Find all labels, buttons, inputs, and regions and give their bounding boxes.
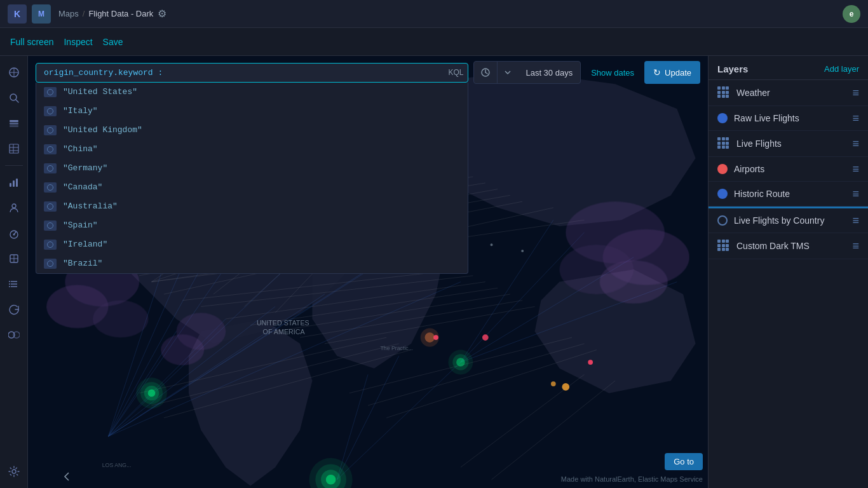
- svg-rect-8: [10, 144, 18, 153]
- layer-icon-live-flights-by-country: [717, 215, 728, 226]
- dropdown-item-4[interactable]: "Germany": [36, 159, 468, 178]
- svg-rect-14: [16, 179, 18, 187]
- svg-text:The Practic...: The Practic...: [380, 345, 413, 351]
- dropdown-item-8[interactable]: "Ireland": [36, 235, 468, 254]
- svg-text:LOS ANG...: LOS ANG...: [102, 462, 132, 468]
- dropdown-icon-7: [44, 220, 57, 231]
- sidebar-icon-gauge[interactable]: [3, 222, 25, 245]
- save-button[interactable]: Save: [103, 36, 123, 48]
- settings-icon[interactable]: ⚙: [153, 5, 171, 23]
- svg-point-103: [424, 332, 435, 342]
- dropdown-icon-9: [44, 259, 57, 269]
- dropdown-item-5[interactable]: "Canada": [36, 178, 468, 197]
- svg-rect-13: [13, 180, 15, 187]
- dropdown-item-3[interactable]: "China": [36, 140, 468, 159]
- sidebar-icon-table[interactable]: [3, 137, 25, 160]
- layer-name-live-flights: Live Flights: [736, 139, 846, 149]
- svg-point-84: [93, 301, 149, 337]
- svg-point-117: [491, 243, 493, 246]
- layer-menu-live-flights-by-country[interactable]: ≡: [852, 215, 859, 226]
- svg-point-18: [13, 234, 15, 236]
- layer-menu-custom-dark-tms[interactable]: ≡: [852, 240, 859, 252]
- layer-name-weather: Weather: [736, 88, 846, 98]
- svg-point-27: [9, 286, 10, 287]
- layer-menu-raw-live-flights[interactable]: ≡: [852, 112, 859, 124]
- layer-icon-weather: [717, 86, 730, 99]
- sidebar-icon-list[interactable]: [3, 273, 25, 295]
- update-icon: ↻: [653, 67, 661, 78]
- layers-title: Layers: [717, 64, 748, 74]
- goto-button[interactable]: Go to: [665, 453, 703, 470]
- search-input[interactable]: [36, 63, 468, 83]
- svg-point-98: [326, 475, 336, 485]
- layer-item-raw-live-flights[interactable]: Raw Live Flights ≡: [709, 106, 868, 131]
- app-logo: K: [8, 4, 27, 24]
- svg-point-25: [9, 281, 10, 282]
- map-watermark: Made with NaturalEarth, Elastic Maps Ser…: [561, 475, 703, 483]
- dropdown-item-6[interactable]: "Australia": [36, 197, 468, 216]
- layer-item-live-flights-by-country[interactable]: Live Flights by Country ≡: [709, 208, 868, 233]
- layer-icon-airports: [717, 164, 728, 174]
- inspect-button[interactable]: Inspect: [64, 36, 92, 48]
- layer-icon-custom-dark-tms: [717, 240, 730, 252]
- svg-rect-6: [10, 123, 18, 125]
- navigate-arrow[interactable]: [56, 465, 79, 488]
- breadcrumb: Maps / Flight Data - Dark: [58, 9, 153, 18]
- layer-item-airports[interactable]: Airports ≡: [709, 157, 868, 182]
- dropdown-item-0[interactable]: "United States": [36, 83, 468, 102]
- sidebar-icon-settings[interactable]: [3, 460, 25, 483]
- sidebar-icon-tag[interactable]: [3, 323, 25, 346]
- sidebar-icon-people[interactable]: [3, 196, 25, 219]
- workspace-badge: M: [32, 4, 51, 24]
- svg-point-104: [433, 335, 438, 340]
- show-dates-button[interactable]: Show dates: [586, 68, 639, 78]
- breadcrumb-maps[interactable]: Maps: [58, 9, 79, 18]
- clock-icon[interactable]: [474, 62, 498, 83]
- svg-point-94: [148, 390, 156, 397]
- sidebar-icon-refresh[interactable]: [3, 298, 25, 321]
- layer-menu-airports[interactable]: ≡: [852, 163, 859, 175]
- svg-line-125: [485, 72, 487, 74]
- dropdown-item-7[interactable]: "Spain": [36, 216, 468, 235]
- date-range-label[interactable]: Last 30 days: [518, 68, 580, 78]
- map-area[interactable]: UNITED STATES OF AMERICA LOS ANG... The …: [28, 56, 708, 488]
- sidebar-icon-layers[interactable]: [3, 112, 25, 135]
- layers-header: Layers Add layer: [709, 56, 868, 80]
- user-avatar[interactable]: e: [843, 5, 860, 23]
- svg-point-108: [551, 381, 556, 386]
- svg-rect-7: [10, 125, 18, 127]
- update-button[interactable]: ↻ Update: [644, 61, 700, 84]
- layer-item-historic-route[interactable]: Historic Route ≡: [709, 182, 868, 207]
- chevron-down-icon[interactable]: [498, 62, 518, 83]
- sidebar-divider: [5, 165, 23, 166]
- layer-item-weather[interactable]: Weather ≡: [709, 80, 868, 106]
- layer-icon-live-flights: [717, 137, 730, 150]
- full-screen-button[interactable]: Full screen: [10, 36, 53, 48]
- add-layer-button[interactable]: Add layer: [824, 64, 859, 74]
- dropdown-item-9[interactable]: "Brazil": [36, 254, 468, 273]
- svg-text:UNITED STATES: UNITED STATES: [257, 319, 309, 327]
- svg-point-15: [12, 204, 16, 208]
- svg-point-105: [482, 334, 489, 341]
- svg-line-4: [16, 100, 18, 102]
- dropdown-icon-4: [44, 163, 57, 173]
- svg-point-30: [12, 470, 16, 473]
- dropdown-icon-3: [44, 144, 57, 154]
- sidebar-icon-map[interactable]: [3, 61, 25, 84]
- layer-menu-weather[interactable]: ≡: [852, 87, 859, 98]
- svg-point-118: [521, 250, 524, 252]
- dropdown-icon-8: [44, 240, 57, 250]
- sidebar-icon-box[interactable]: [3, 247, 25, 270]
- dropdown-item-2[interactable]: "United Kingdom": [36, 121, 468, 140]
- dropdown-item-1[interactable]: "Italy": [36, 102, 468, 121]
- layer-name-historic-route: Historic Route: [734, 189, 846, 199]
- layer-menu-historic-route[interactable]: ≡: [852, 188, 859, 200]
- sidebar-icon-search[interactable]: [3, 86, 25, 109]
- layer-item-custom-dark-tms[interactable]: Custom Dark TMS ≡: [709, 233, 868, 259]
- layer-name-live-flights-by-country: Live Flights by Country: [734, 215, 846, 226]
- left-sidebar: [0, 56, 28, 488]
- sidebar-icon-chart[interactable]: [3, 171, 25, 194]
- dropdown-icon-1: [44, 106, 57, 116]
- layer-menu-live-flights[interactable]: ≡: [852, 138, 859, 149]
- layer-item-live-flights[interactable]: Live Flights ≡: [709, 131, 868, 157]
